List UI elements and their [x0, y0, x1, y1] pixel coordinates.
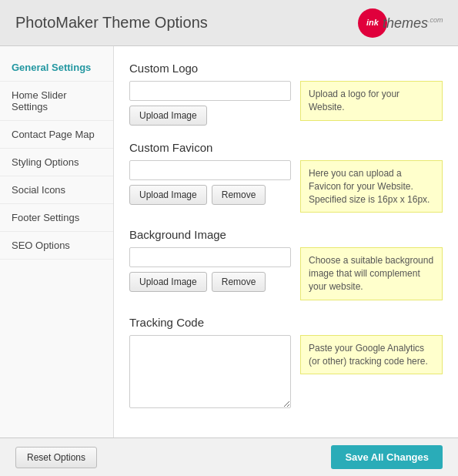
custom-favicon-btn-group: Upload Image Remove: [129, 185, 291, 205]
custom-logo-upload-button[interactable]: Upload Image: [129, 106, 207, 126]
custom-logo-inputs: Upload Image: [129, 81, 291, 126]
sidebar-item-footer-settings[interactable]: Footer Settings: [0, 204, 113, 232]
tracking-code-row: Paste your Google Analytics (or other) t…: [129, 335, 443, 411]
background-image-title: Background Image: [129, 228, 443, 241]
tracking-code-hint: Paste your Google Analytics (or other) t…: [300, 335, 443, 375]
section-custom-logo: Custom Logo Upload Image Upload a logo f…: [129, 62, 443, 126]
custom-favicon-title: Custom Favicon: [129, 141, 443, 154]
sidebar-item-seo-options[interactable]: SEO Options: [0, 232, 113, 260]
custom-favicon-inputs: Upload Image Remove: [129, 160, 291, 205]
sidebar-item-general-settings[interactable]: General Settings: [0, 54, 113, 82]
app-header: PhotoMaker Theme Options ink themes.com: [0, 0, 458, 46]
logo-ink-text: ink: [366, 18, 379, 27]
custom-favicon-input[interactable]: [129, 160, 291, 180]
section-custom-favicon: Custom Favicon Upload Image Remove Here …: [129, 141, 443, 213]
sidebar-item-contact-page-map[interactable]: Contact Page Map: [0, 121, 113, 149]
logo-themes-text: themes.com: [383, 15, 443, 31]
footer-bar: Reset Options Save All Changes: [0, 437, 458, 476]
custom-logo-row: Upload Image Upload a logo for your Webs…: [129, 81, 443, 126]
background-image-input[interactable]: [129, 247, 291, 267]
section-tracking-code: Tracking Code Paste your Google Analytic…: [129, 316, 443, 411]
section-background-image: Background Image Upload Image Remove Cho…: [129, 228, 443, 300]
background-image-hint: Choose a suitable background image that …: [300, 247, 443, 300]
custom-favicon-upload-button[interactable]: Upload Image: [129, 185, 207, 205]
custom-logo-btn-group: Upload Image: [129, 106, 291, 126]
sidebar-item-home-slider-settings[interactable]: Home Slider Settings: [0, 82, 113, 121]
custom-favicon-row: Upload Image Remove Here you can upload …: [129, 160, 443, 213]
custom-logo-input[interactable]: [129, 81, 291, 101]
reset-options-button[interactable]: Reset Options: [15, 447, 97, 468]
background-image-inputs: Upload Image Remove: [129, 247, 291, 292]
custom-logo-title: Custom Logo: [129, 62, 443, 75]
sidebar: General Settings Home Slider Settings Co…: [0, 46, 114, 437]
sidebar-item-social-icons[interactable]: Social Icons: [0, 176, 113, 204]
sidebar-item-styling-options[interactable]: Styling Options: [0, 149, 113, 176]
custom-favicon-hint: Here you can upload a Favicon for your W…: [300, 160, 443, 213]
background-image-remove-button[interactable]: Remove: [212, 272, 266, 292]
background-image-upload-button[interactable]: Upload Image: [129, 272, 207, 292]
app-title: PhotoMaker Theme Options: [15, 14, 208, 32]
tracking-code-inputs: [129, 335, 291, 411]
custom-favicon-remove-button[interactable]: Remove: [212, 185, 266, 205]
content-area: Custom Logo Upload Image Upload a logo f…: [114, 46, 458, 437]
main-layout: General Settings Home Slider Settings Co…: [0, 46, 458, 437]
tracking-code-title: Tracking Code: [129, 316, 443, 329]
tracking-code-textarea[interactable]: [129, 335, 291, 408]
background-image-row: Upload Image Remove Choose a suitable ba…: [129, 247, 443, 300]
save-all-changes-button[interactable]: Save All Changes: [331, 445, 443, 469]
inkthemes-logo: ink themes.com: [358, 8, 443, 38]
custom-logo-hint: Upload a logo for your Website.: [300, 81, 443, 121]
background-image-btn-group: Upload Image Remove: [129, 272, 291, 292]
